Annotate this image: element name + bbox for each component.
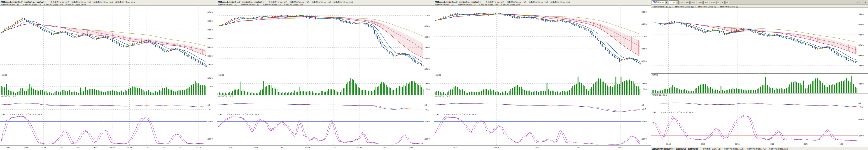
timeframe-button-6[interactable]: 60分 — [710, 1, 716, 4]
timeframe-button-5[interactable]: 30分 — [703, 1, 709, 4]
legend-item: 一目均衡表( 9, 26, 52 ) — [48, 1, 69, 3]
panel-title: 日経225mini 11/10( 10分) 2011/09/15 - 2011/… — [218, 1, 264, 3]
panel-title: 日経225mini 11/10( 30分) 2011/09/13 - 2011/… — [435, 1, 481, 3]
timeframe-button-8[interactable]: 週 — [721, 1, 724, 4]
panel-title: 日経225mini 11/10( 60分) 2011/09/12 - 2011/… — [652, 148, 698, 150]
panel-header-line1: 日経225mini 11/10( 30分) 2011/09/13 - 2011/… — [435, 0, 650, 3]
timeframe-button-3[interactable]: 10分 — [690, 1, 696, 4]
legend-item: 移動平均( Close, 150 ) — [65, 4, 86, 5]
timeframe-button-2[interactable]: 5分 — [685, 1, 690, 4]
legend-item: 移動平均( Close, 75 ) — [747, 148, 766, 150]
chart-canvas[interactable] — [217, 6, 434, 150]
panel-header-line1: 一目均衡表( 9, 26, 52 )移動平均( Close, 150 )移動平均… — [652, 5, 867, 7]
chart-canvas[interactable] — [651, 8, 868, 147]
legend-item: 移動平均( Close, 10 ) — [507, 1, 526, 3]
legend-item: 一目均衡表( 9, 26, 52 ) — [484, 1, 504, 3]
timeframe-button-7[interactable]: 日 — [716, 1, 720, 4]
minimize-button[interactable]: – — [856, 1, 860, 4]
contract-month-value: 11/10 — [670, 1, 675, 4]
legend-item: 移動平均( Close, 150 ) — [435, 4, 455, 5]
panel-header: 一目均衡表( 9, 26, 52 )移動平均( Close, 150 )移動平均… — [651, 5, 868, 8]
legend-item: 移動平均( Close, 150 ) — [724, 148, 744, 150]
panel-header-line1: 日経225mini 11/10( 5分) 2011/09/16 - 2011/0… — [1, 0, 216, 3]
legend-item: 移動平均( Close, 40 ) — [43, 4, 63, 5]
chart-panel-1: 日経225mini 11/10( 5分) 2011/09/16 - 2011/0… — [0, 0, 217, 150]
legend-item: 移動平均( Close, 20 ) — [241, 4, 260, 5]
panel-header: 日経225mini 11/10( 10分) 2011/09/15 - 2011/… — [217, 0, 434, 6]
legend-item: 移動平均( Close, 25 ) — [115, 1, 134, 3]
panel-header-line2: 移動平均( Close, 150 )移動平均( Close, 20 )移動平均(… — [218, 3, 433, 5]
maximize-button[interactable]: □ — [860, 1, 863, 4]
legend-item: 一目均衡表( 9, 26, 52 ) — [701, 148, 721, 150]
panel-footer-legend: 日経225mini 11/10( 60分) 2011/09/12 - 2011/… — [651, 147, 868, 150]
panel-title: 日経225mini 11/10( 5分) 2011/09/16 - 2011/0… — [1, 1, 45, 3]
symbol-select-value: 日経225mini — [653, 1, 664, 4]
legend-item: 移動平均( Close, 75 ) — [290, 1, 309, 3]
legend-item: 移動平均( Close, 25 ) — [769, 148, 788, 150]
legend-item: 移動平均( Close, 75 ) — [698, 6, 717, 7]
legend-item: 移動平均( Close, 5 ) — [458, 4, 476, 5]
legend-item: 移動平均( Close, 40 ) — [479, 4, 498, 5]
legend-item: 移動平均( Close, 150 ) — [675, 6, 695, 7]
window-buttons: –□× — [856, 1, 867, 4]
legend-item: 移動平均( Close, 25 ) — [720, 6, 739, 7]
symbol-select[interactable]: 日経225mini▼ — [652, 0, 668, 4]
panel-header-line1: 日経225mini 11/10( 10分) 2011/09/15 - 2011/… — [218, 0, 433, 3]
chart-panel-2: 日経225mini 11/10( 10分) 2011/09/15 - 2011/… — [217, 0, 434, 150]
charting-app: 日経225mini 11/10( 5分) 2011/09/16 - 2011/0… — [0, 0, 868, 150]
chevron-down-icon: ▼ — [676, 1, 678, 4]
legend-item: 移動平均( Close, 40 ) — [284, 4, 303, 5]
legend-item: 移動平均( Close, 20 ) — [501, 4, 520, 5]
legend-item: 移動平均( Close, 150 ) — [218, 4, 238, 5]
legend-item: 移動平均( Close, 25 ) — [334, 1, 353, 3]
chart-panel-3: 日経225mini 11/10( 30分) 2011/09/13 - 2011/… — [434, 0, 651, 150]
chart-toolbar: 日経225mini▼11/10▼1分5分10分15分30分60分日週月–□× — [651, 0, 868, 5]
legend-item: 移動平均( Close, 75 ) — [71, 1, 91, 3]
panel-header: 日経225mini 11/10( 30分) 2011/09/13 - 2011/… — [434, 0, 651, 6]
legend-item: 一目均衡表( 9, 26, 52 ) — [652, 6, 673, 7]
timeframe-button-9[interactable]: 月 — [725, 1, 729, 4]
chevron-down-icon: ▼ — [665, 1, 668, 4]
chart-canvas[interactable] — [434, 6, 651, 150]
legend-item: 移動平均( Close, 10 ) — [93, 1, 113, 3]
legend-item: 移動平均( Close, 20 ) — [1, 4, 20, 5]
panel-header-line2: 移動平均( Close, 20 )移動平均( Close, 5 )移動平均( C… — [1, 3, 216, 5]
legend-item: 移動平均( Close, 10 ) — [312, 1, 331, 3]
legend-item: 移動平均( Close, 5 ) — [263, 4, 281, 5]
chart-canvas[interactable] — [0, 6, 217, 150]
chart-panel-4: 日経225mini▼11/10▼1分5分10分15分30分60分日週月–□×一目… — [651, 0, 868, 150]
legend-item: 一目均衡表( 9, 26, 52 ) — [267, 1, 287, 3]
panel-header: 日経225mini 11/10( 5分) 2011/09/16 - 2011/0… — [0, 0, 217, 6]
contract-month-select[interactable]: 11/10▼ — [669, 0, 679, 4]
panel-header-line2: 移動平均( Close, 150 )移動平均( Close, 5 )移動平均( … — [435, 3, 650, 5]
legend-item: 移動平均( Close, 25 ) — [551, 1, 570, 3]
legend-item: 移動平均( Close, 5 ) — [23, 4, 41, 5]
close-button[interactable]: × — [864, 1, 867, 4]
timeframe-button-1[interactable]: 1分 — [679, 1, 684, 4]
timeframe-button-4[interactable]: 15分 — [697, 1, 703, 4]
legend-item: 移動平均( Close, 75 ) — [529, 1, 548, 3]
